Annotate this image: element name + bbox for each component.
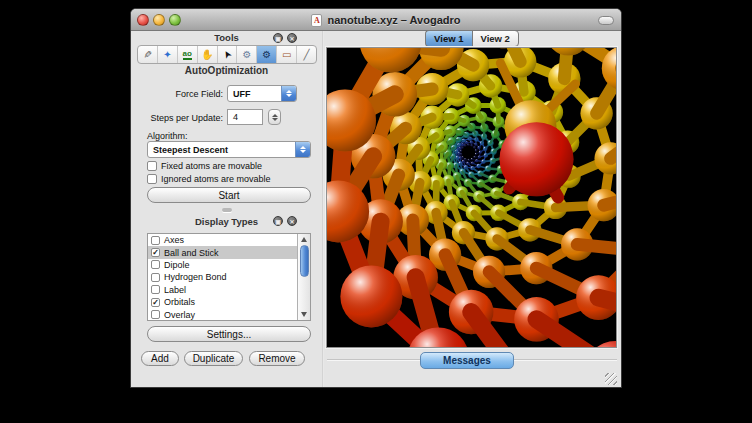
add-button-label: Add bbox=[151, 353, 169, 364]
display-close-icon[interactable]: ✕ bbox=[287, 216, 297, 226]
display-type-row[interactable]: Dipole bbox=[148, 259, 310, 271]
display-types-list[interactable]: Axes✓Ball and StickDipoleHydrogen BondLa… bbox=[147, 233, 311, 321]
display-type-row[interactable]: Overlay bbox=[148, 308, 310, 320]
settings-button-label: Settings... bbox=[207, 329, 251, 340]
gl-viewport[interactable] bbox=[326, 47, 617, 348]
tools-float-icon[interactable]: ▣ bbox=[273, 33, 283, 43]
minimize-button[interactable] bbox=[153, 14, 165, 26]
navigate-tool-icon[interactable]: ✦ bbox=[158, 46, 178, 63]
manipulate-tool-icon[interactable]: ✋ bbox=[198, 46, 218, 63]
scrollbar-thumb[interactable] bbox=[300, 245, 309, 277]
measure-tool-icon[interactable]: ▭ bbox=[277, 46, 297, 63]
start-button[interactable]: Start bbox=[147, 187, 311, 203]
resize-grip[interactable] bbox=[605, 373, 617, 385]
ignored-atoms-checkbox-row[interactable]: Ignored atoms are movable bbox=[147, 174, 271, 184]
window-title: nanotube.xyz – Avogadro bbox=[327, 14, 460, 26]
force-field-value: UFF bbox=[228, 89, 281, 99]
fixed-atoms-label: Fixed atoms are movable bbox=[161, 161, 262, 171]
messages-button[interactable]: Messages bbox=[420, 352, 514, 369]
display-float-icon[interactable]: ▣ bbox=[273, 216, 283, 226]
remove-button-label: Remove bbox=[258, 353, 295, 364]
fixed-atoms-checkbox[interactable] bbox=[147, 161, 157, 171]
scroll-up-icon[interactable] bbox=[301, 237, 307, 242]
ignored-atoms-label: Ignored atoms are movable bbox=[161, 174, 271, 184]
display-type-label: Axes bbox=[164, 235, 184, 245]
display-type-checkbox[interactable] bbox=[151, 260, 160, 269]
tools-close-icon[interactable]: ✕ bbox=[287, 33, 297, 43]
display-type-row[interactable]: ✓Orbitals bbox=[148, 296, 310, 308]
tab-view-2[interactable]: View 2 bbox=[472, 30, 519, 47]
duplicate-button-label: Duplicate bbox=[193, 353, 235, 364]
bond-centric-tool-icon[interactable]: ⚙ bbox=[237, 46, 257, 63]
combo-arrows-icon bbox=[281, 86, 296, 101]
auto-rotate-tool-icon[interactable]: ao bbox=[178, 46, 198, 63]
display-type-checkbox[interactable]: ✓ bbox=[151, 248, 160, 257]
display-type-checkbox[interactable] bbox=[151, 310, 160, 319]
display-panel-title: Display Types bbox=[195, 216, 258, 227]
display-type-label: Hydrogen Bond bbox=[164, 272, 227, 282]
remove-button[interactable]: Remove bbox=[249, 351, 305, 366]
settings-button[interactable]: Settings... bbox=[147, 326, 311, 342]
display-type-label: Label bbox=[164, 285, 186, 295]
dock-divider bbox=[322, 31, 324, 387]
autoopt-title-text: AutoOptimization bbox=[185, 65, 268, 76]
combo-arrows-icon bbox=[295, 142, 310, 157]
zoom-button[interactable] bbox=[169, 14, 181, 26]
avogadro-window: A nanotube.xyz – Avogadro Tools ▣ ✕ ✎✦ao… bbox=[130, 8, 622, 388]
close-button[interactable] bbox=[137, 14, 149, 26]
display-type-checkbox[interactable]: ✓ bbox=[151, 298, 160, 307]
steps-stepper[interactable] bbox=[268, 109, 281, 125]
force-field-label: Force Field: bbox=[131, 89, 223, 99]
duplicate-button[interactable]: Duplicate bbox=[184, 351, 243, 366]
display-type-checkbox[interactable] bbox=[151, 236, 160, 245]
display-type-label: Orbitals bbox=[164, 297, 195, 307]
display-type-row[interactable]: Label bbox=[148, 284, 310, 296]
panel-splitter-handle[interactable] bbox=[222, 208, 232, 212]
display-list-scrollbar[interactable] bbox=[297, 234, 310, 320]
view-tab-bar: View 1View 2 bbox=[323, 29, 621, 47]
algorithm-label: Algorithm: bbox=[147, 131, 188, 141]
toolbar-toggle-button[interactable] bbox=[598, 16, 614, 25]
autoopt-title: AutoOptimization bbox=[131, 65, 322, 79]
scroll-down-icon[interactable] bbox=[301, 312, 307, 317]
algorithm-select[interactable]: Steepest Descent bbox=[147, 141, 311, 158]
steps-label: Steps per Update: bbox=[131, 113, 223, 123]
tools-panel-title: Tools bbox=[214, 32, 239, 43]
display-type-row[interactable]: ✓Ball and Stick bbox=[148, 246, 310, 258]
document-icon: A bbox=[311, 14, 322, 27]
tool-toolbar: ✎✦ao✋➤⚙⚙▭╱ bbox=[137, 45, 317, 64]
display-type-row[interactable]: Axes bbox=[148, 234, 310, 246]
steps-input[interactable]: 4 bbox=[227, 109, 263, 125]
algorithm-value: Steepest Descent bbox=[148, 145, 295, 155]
fixed-atoms-checkbox-row[interactable]: Fixed atoms are movable bbox=[147, 161, 262, 171]
add-button[interactable]: Add bbox=[141, 351, 179, 366]
start-button-label: Start bbox=[218, 190, 239, 201]
ignored-atoms-checkbox[interactable] bbox=[147, 174, 157, 184]
display-type-label: Ball and Stick bbox=[164, 248, 219, 258]
display-type-row[interactable]: Hydrogen Bond bbox=[148, 271, 310, 283]
messages-button-label: Messages bbox=[443, 355, 491, 366]
align-tool-icon[interactable]: ╱ bbox=[297, 46, 316, 63]
tab-view-1[interactable]: View 1 bbox=[425, 30, 471, 47]
title-bar[interactable]: A nanotube.xyz – Avogadro bbox=[131, 9, 621, 31]
display-type-checkbox[interactable] bbox=[151, 285, 160, 294]
force-field-select[interactable]: UFF bbox=[227, 85, 297, 102]
draw-tool-icon[interactable]: ✎ bbox=[138, 46, 158, 63]
display-type-label: Overlay bbox=[164, 310, 195, 320]
display-type-checkbox[interactable] bbox=[151, 273, 160, 282]
selection-tool-icon[interactable]: ➤ bbox=[218, 46, 238, 63]
display-type-label: Dipole bbox=[164, 260, 190, 270]
auto-optimize-tool-icon[interactable]: ⚙ bbox=[257, 46, 277, 63]
